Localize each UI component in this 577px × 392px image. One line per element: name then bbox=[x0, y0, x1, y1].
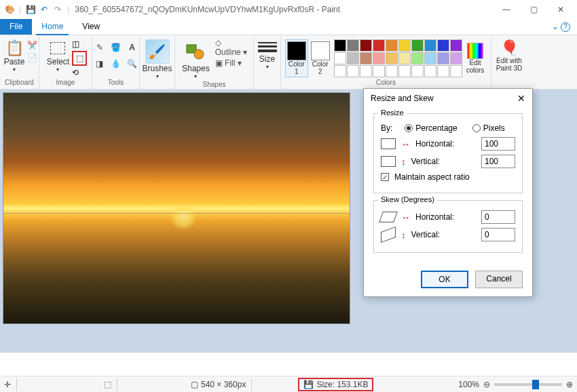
palette-swatch[interactable] bbox=[334, 39, 346, 52]
palette-swatch[interactable] bbox=[437, 65, 449, 77]
brush-icon: 🖌️ bbox=[145, 39, 170, 64]
resize-skew-dialog: Resize and Skew ✕ Resize By: Percentage … bbox=[363, 88, 533, 297]
ribbon-colors: Color 1 Color 2 Edit colors Colors bbox=[281, 37, 491, 89]
palette-swatch[interactable] bbox=[411, 52, 424, 64]
ribbon: 📋 Paste▾ ✂️ 📄 Clipboard Select▾ ◫ ⬚ ⟲ bbox=[0, 35, 577, 90]
zoom-slider[interactable] bbox=[494, 383, 562, 386]
palette-swatch[interactable] bbox=[386, 39, 398, 52]
minimize-button[interactable]: — bbox=[493, 0, 520, 19]
rotate-icon[interactable]: ⟲ bbox=[72, 68, 87, 77]
fill-button[interactable]: ▣ Fill ▾ bbox=[215, 58, 249, 68]
paste-button[interactable]: 📋 Paste▾ bbox=[1, 38, 28, 74]
redo-icon[interactable]: ↷ bbox=[52, 4, 63, 15]
tab-view[interactable]: View bbox=[73, 19, 109, 35]
eraser-icon[interactable]: ◨ bbox=[93, 57, 107, 71]
zoom-in-button[interactable]: ⊕ bbox=[566, 380, 573, 389]
skew-fieldset: Skew (Degrees) ↔ Horizontal: ↕ Vertical: bbox=[373, 200, 523, 253]
resize-v-icon bbox=[381, 156, 396, 167]
window-controls: — ▢ ✕ bbox=[493, 0, 574, 19]
dialog-close-button[interactable]: ✕ bbox=[517, 93, 525, 104]
shapes-button[interactable]: Shapes▾ bbox=[179, 38, 212, 81]
palette-swatch[interactable] bbox=[437, 39, 449, 52]
file-size-highlight: 💾 Size: 153.1KB bbox=[298, 378, 373, 391]
palette-swatch[interactable] bbox=[411, 65, 424, 77]
svg-point-1 bbox=[194, 50, 204, 59]
skew-horizontal-input[interactable] bbox=[481, 210, 515, 224]
palette-swatch[interactable] bbox=[347, 39, 359, 52]
maintain-aspect-checkbox[interactable]: ✓Maintain aspect ratio bbox=[381, 172, 515, 182]
canvas-image[interactable] bbox=[3, 93, 350, 324]
palette-swatch[interactable] bbox=[373, 65, 385, 77]
menubar: File Home View ⌄ ? bbox=[0, 19, 577, 35]
save-icon[interactable]: 💾 bbox=[25, 4, 36, 15]
undo-icon[interactable]: ↶ bbox=[39, 4, 50, 15]
resize-fieldset: Resize By: Percentage Pixels ↔ Horizonta… bbox=[373, 113, 523, 193]
palette-swatch[interactable] bbox=[360, 52, 372, 64]
resize-icon: ⬚ bbox=[76, 54, 83, 63]
radio-percentage[interactable]: Percentage bbox=[405, 123, 457, 133]
cut-icon[interactable]: ✂️ bbox=[27, 41, 37, 50]
palette-swatch[interactable] bbox=[360, 65, 372, 77]
tab-home[interactable]: Home bbox=[32, 19, 73, 35]
edit-colors-button[interactable]: Edit colors bbox=[464, 41, 487, 75]
palette-swatch[interactable] bbox=[386, 65, 398, 77]
resize-horizontal-input[interactable] bbox=[481, 137, 515, 151]
palette-swatch[interactable] bbox=[424, 52, 436, 64]
radio-pixels[interactable]: Pixels bbox=[472, 123, 505, 133]
palette-swatch[interactable] bbox=[424, 65, 436, 77]
ribbon-shapes: Shapes▾ ◇ Outline ▾ ▣ Fill ▾ Shapes bbox=[175, 37, 254, 89]
palette-swatch[interactable] bbox=[373, 52, 385, 64]
color1-button[interactable]: Color 1 bbox=[285, 39, 308, 77]
palette-swatch[interactable] bbox=[398, 65, 411, 77]
cursor-pos: ✛ bbox=[4, 380, 11, 389]
palette-swatch[interactable] bbox=[373, 39, 385, 52]
palette-swatch[interactable] bbox=[398, 52, 411, 64]
dialog-titlebar: Resize and Skew ✕ bbox=[364, 89, 532, 108]
maximize-button[interactable]: ▢ bbox=[520, 0, 547, 19]
size-button[interactable]: Size▾ bbox=[255, 38, 280, 71]
zoom-out-button[interactable]: ⊖ bbox=[483, 380, 490, 389]
palette-swatch[interactable] bbox=[334, 65, 346, 77]
color2-button[interactable]: Color 2 bbox=[308, 40, 333, 77]
copy-icon[interactable]: 📄 bbox=[27, 53, 37, 62]
resize-button-highlight[interactable]: ⬚ bbox=[72, 51, 87, 66]
fill-icon[interactable]: 🪣 bbox=[109, 41, 123, 54]
palette-swatch[interactable] bbox=[450, 39, 462, 52]
ribbon-size: Size▾ bbox=[254, 37, 281, 89]
ribbon-brushes: 🖌️ Brushes▾ bbox=[140, 37, 175, 89]
palette-swatch[interactable] bbox=[424, 39, 436, 52]
paint3d-button[interactable]: 🎈 Edit with Paint 3D bbox=[494, 38, 525, 73]
zoom-icon[interactable]: 🔍 bbox=[126, 57, 139, 71]
window-title: 360_F_605547672_nQOyDmKUnMcwUpVDYhwM1KgU… bbox=[75, 5, 340, 14]
outline-button[interactable]: ◇ Outline ▾ bbox=[215, 38, 249, 57]
close-button[interactable]: ✕ bbox=[547, 0, 574, 19]
picker-icon[interactable]: 💧 bbox=[109, 57, 123, 71]
text-icon[interactable]: A bbox=[126, 41, 139, 54]
app-icon: 🎨 bbox=[4, 4, 15, 15]
file-menu[interactable]: File bbox=[0, 19, 32, 35]
palette-swatch[interactable] bbox=[450, 65, 462, 77]
skew-vertical-input[interactable] bbox=[481, 228, 515, 241]
palette-swatch[interactable] bbox=[347, 65, 359, 77]
palette-swatch[interactable] bbox=[360, 39, 372, 52]
palette-swatch[interactable] bbox=[347, 52, 359, 64]
ribbon-paint3d: 🎈 Edit with Paint 3D bbox=[491, 37, 527, 89]
palette-swatch[interactable] bbox=[398, 39, 411, 52]
crop-icon[interactable]: ◫ bbox=[72, 39, 87, 49]
clipboard-icon: 📋 bbox=[5, 39, 24, 57]
ribbon-clipboard: 📋 Paste▾ ✂️ 📄 Clipboard bbox=[0, 37, 39, 89]
ribbon-tools: ✎ 🪣 A ◨ 💧 🔍 Tools bbox=[92, 37, 140, 89]
palette-swatch[interactable] bbox=[386, 52, 398, 64]
brushes-button[interactable]: 🖌️ Brushes▾ bbox=[139, 38, 174, 81]
palette-swatch[interactable] bbox=[411, 39, 424, 52]
help-button[interactable]: ⌄ ? bbox=[545, 19, 577, 35]
cancel-button[interactable]: Cancel bbox=[475, 271, 523, 288]
resize-vertical-input[interactable] bbox=[481, 155, 515, 168]
ok-button[interactable]: OK bbox=[421, 271, 468, 288]
select-button[interactable]: Select▾ bbox=[44, 38, 72, 74]
palette-swatch[interactable] bbox=[450, 52, 462, 64]
palette-swatch[interactable] bbox=[334, 52, 346, 64]
palette-swatch[interactable] bbox=[437, 52, 449, 64]
zoom-level: 100% bbox=[458, 380, 479, 389]
pencil-icon[interactable]: ✎ bbox=[93, 41, 107, 54]
